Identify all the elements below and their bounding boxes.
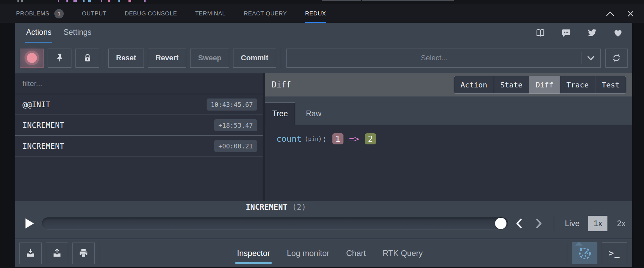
speed-1x-button[interactable]: 1x bbox=[588, 216, 607, 231]
tab-debug-console[interactable]: DEBUG CONSOLE bbox=[125, 4, 177, 23]
chevron-up-icon bbox=[606, 11, 614, 16]
pin-button[interactable] bbox=[48, 49, 71, 68]
player-current-action: INCREMENT (2) bbox=[42, 203, 510, 211]
sponsor-button[interactable] bbox=[613, 28, 623, 38]
redux-devtools-panel: Actions Settings bbox=[15, 23, 632, 267]
tab-output[interactable]: OUTPUT bbox=[82, 4, 106, 23]
action-row-increment-2[interactable]: INCREMENT +00:00.21 bbox=[15, 136, 263, 156]
book-icon bbox=[535, 28, 545, 38]
sweep-button[interactable]: Sweep bbox=[190, 49, 229, 68]
button-label: Revert bbox=[156, 54, 178, 62]
record-toggle-button[interactable] bbox=[20, 49, 44, 68]
speed-2x-button[interactable]: 2x bbox=[617, 219, 625, 228]
print-button[interactable] bbox=[72, 243, 95, 264]
action-timestamp: 10:43:45.67 bbox=[207, 98, 257, 111]
revert-button[interactable]: Revert bbox=[148, 49, 186, 68]
slider-thumb[interactable] bbox=[495, 218, 506, 229]
tab-terminal[interactable]: TERMINAL bbox=[195, 4, 226, 23]
tab-test[interactable]: Test bbox=[595, 76, 626, 93]
devtools-header: Actions Settings bbox=[15, 23, 632, 43]
lock-button[interactable] bbox=[75, 49, 99, 68]
inspector-panel: Diff Action State Diff Trace Tes bbox=[265, 73, 632, 201]
action-name: @@INIT bbox=[22, 100, 50, 109]
download-icon bbox=[25, 248, 36, 259]
tab-settings[interactable]: Settings bbox=[62, 23, 92, 43]
export-button[interactable] bbox=[46, 243, 68, 264]
inspector-header: Diff Action State Diff Trace Tes bbox=[265, 73, 632, 96]
heart-icon bbox=[613, 28, 623, 38]
play-button[interactable] bbox=[25, 218, 35, 229]
editor-syntax-fragment bbox=[73, 0, 77, 2]
player-bar: INCREMENT (2) Live bbox=[15, 201, 632, 239]
tab-label: RTK Query bbox=[383, 249, 423, 258]
action-row-init[interactable]: @@INIT 10:43:45.67 bbox=[15, 94, 263, 115]
tab-chart[interactable]: Chart bbox=[346, 239, 366, 267]
chevron-right-icon bbox=[536, 218, 542, 229]
docs-button[interactable] bbox=[535, 28, 545, 38]
split-divider[interactable] bbox=[263, 73, 265, 201]
editor-syntax-fragment bbox=[83, 0, 85, 2]
editor-syntax-fragment bbox=[58, 0, 59, 2]
close-icon bbox=[627, 10, 634, 17]
step-back-button[interactable] bbox=[516, 218, 522, 229]
dispatcher-button[interactable]: >_ bbox=[602, 242, 627, 264]
panel-window-controls bbox=[606, 10, 644, 17]
live-button[interactable]: Live bbox=[565, 219, 580, 228]
player-action-count: (2) bbox=[292, 203, 306, 211]
tab-inspector[interactable]: Inspector bbox=[237, 239, 270, 267]
commit-button[interactable]: Commit bbox=[233, 49, 276, 68]
record-icon bbox=[27, 53, 37, 63]
twitter-button[interactable] bbox=[587, 28, 597, 38]
diff-new-value: 2 bbox=[365, 133, 376, 144]
reset-button[interactable]: Reset bbox=[108, 49, 144, 68]
tab-react-query[interactable]: REACT QUERY bbox=[244, 4, 287, 23]
editor-syntax-fragment bbox=[66, 0, 68, 2]
tab-diff[interactable]: Diff bbox=[529, 76, 560, 93]
chevron-left-icon bbox=[516, 218, 522, 229]
filter-input[interactable] bbox=[22, 79, 257, 88]
inspector-title: Diff bbox=[272, 80, 291, 89]
editor-syntax-fragment bbox=[17, 0, 19, 2]
close-panel-button[interactable] bbox=[627, 10, 634, 17]
tab-label: DEBUG CONSOLE bbox=[125, 10, 177, 17]
tab-problems[interactable]: PROBLEMS 1 bbox=[16, 4, 64, 23]
tab-log-monitor[interactable]: Log monitor bbox=[287, 239, 329, 267]
panel-tabbar: PROBLEMS 1 OUTPUT DEBUG CONSOLE TERMINAL… bbox=[0, 4, 644, 23]
feedback-button[interactable] bbox=[561, 28, 571, 38]
refresh-instances-button[interactable] bbox=[605, 49, 628, 68]
bottom-bar: Inspector Log monitor Chart RTK Query bbox=[15, 239, 632, 267]
inspector-tab-group: Action State Diff Trace Test bbox=[454, 76, 626, 94]
timeline-slider[interactable] bbox=[42, 217, 508, 229]
chat-icon bbox=[561, 28, 571, 38]
diff-key: count bbox=[276, 134, 302, 144]
slider-monitor-button[interactable] bbox=[572, 242, 597, 264]
tab-rtk-query[interactable]: RTK Query bbox=[383, 239, 423, 267]
diff-pin-modifier: (pin) bbox=[305, 136, 322, 142]
instance-select-input[interactable] bbox=[287, 49, 582, 67]
pushpin-icon bbox=[55, 53, 65, 63]
import-button[interactable] bbox=[19, 243, 42, 264]
tab-state[interactable]: State bbox=[494, 76, 529, 93]
button-label: Sweep bbox=[198, 54, 221, 62]
tab-actions[interactable]: Actions bbox=[25, 23, 52, 43]
tab-label: TERMINAL bbox=[195, 10, 226, 17]
player-action-name: INCREMENT bbox=[246, 203, 287, 211]
tab-redux[interactable]: REDUX bbox=[305, 4, 326, 23]
diff-row-count[interactable]: count (pin) : 1 => 2 bbox=[265, 125, 632, 144]
tab-action[interactable]: Action bbox=[454, 76, 494, 93]
chevron-down-icon[interactable] bbox=[587, 56, 595, 61]
maximize-panel-button[interactable] bbox=[606, 11, 614, 16]
subtab-tree[interactable]: Tree bbox=[265, 103, 295, 125]
action-row-increment-1[interactable]: INCREMENT +18:53.47 bbox=[15, 115, 263, 136]
instance-select[interactable] bbox=[286, 49, 601, 68]
tab-label: Diff bbox=[536, 81, 553, 89]
tab-label: PROBLEMS bbox=[16, 10, 49, 17]
twitter-icon bbox=[587, 28, 597, 38]
step-forward-button[interactable] bbox=[536, 218, 542, 229]
subtab-raw[interactable]: Raw bbox=[306, 103, 321, 125]
action-timestamp: +00:00.21 bbox=[214, 140, 257, 152]
play-icon bbox=[25, 218, 34, 229]
tab-trace[interactable]: Trace bbox=[560, 76, 595, 93]
action-list: @@INIT 10:43:45.67 INCREMENT +18:53.47 I… bbox=[15, 73, 263, 201]
editor-syntax-fragment bbox=[21, 0, 23, 2]
